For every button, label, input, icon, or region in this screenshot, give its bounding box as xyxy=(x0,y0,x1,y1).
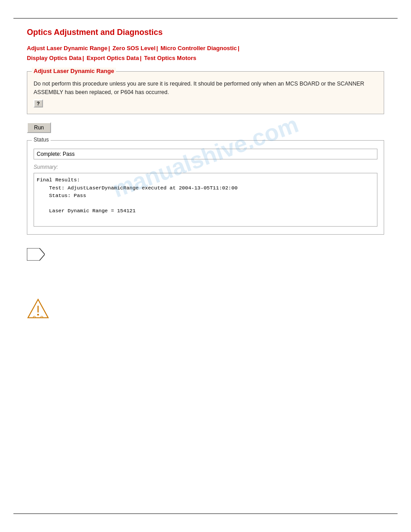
nav-sep-5: | xyxy=(140,55,141,61)
nav-zero-sos[interactable]: Zero SOS Level xyxy=(112,45,155,51)
nav-sep-2: | xyxy=(156,45,158,51)
nav-adjust-laser[interactable]: Adjust Laser Dynamic Range xyxy=(27,45,107,51)
adjust-laser-body-text: Do not perform this procedure unless you… xyxy=(34,81,364,95)
svg-point-5 xyxy=(41,317,43,318)
warning-icon-area xyxy=(27,293,384,321)
page-title: Optics Adjustment and Diagnostics xyxy=(27,28,384,37)
summary-label: Summary: xyxy=(34,164,377,170)
nav-export-optics[interactable]: Export Optics Data xyxy=(86,55,139,61)
nav-micro-controller[interactable]: Micro Controller Diagnostic xyxy=(161,45,237,51)
warning-icon xyxy=(27,298,49,319)
summary-textarea[interactable] xyxy=(34,173,377,227)
status-input[interactable] xyxy=(34,149,377,159)
adjust-laser-section: Adjust Laser Dynamic Range Do not perfor… xyxy=(27,71,384,114)
adjust-laser-legend: Adjust Laser Dynamic Range xyxy=(32,68,116,74)
nav-sep-4: | xyxy=(82,55,84,61)
nav-links: Adjust Laser Dynamic Range| Zero SOS Lev… xyxy=(27,43,384,63)
note-icon xyxy=(27,248,45,261)
status-legend: Status xyxy=(32,137,51,143)
svg-point-3 xyxy=(37,314,39,316)
nav-test-motors[interactable]: Test Optics Motors xyxy=(144,55,197,61)
nav-sep-1: | xyxy=(108,45,110,51)
svg-point-4 xyxy=(33,317,35,318)
status-section: Status Summary: xyxy=(27,140,384,235)
question-button[interactable]: ? xyxy=(34,99,43,107)
nav-display-optics[interactable]: Display Optics Data xyxy=(27,55,81,61)
run-button[interactable]: Run xyxy=(27,122,51,133)
note-icon-area xyxy=(27,244,384,266)
svg-marker-0 xyxy=(27,248,45,261)
bottom-divider xyxy=(13,513,398,514)
nav-sep-3: | xyxy=(238,45,240,51)
